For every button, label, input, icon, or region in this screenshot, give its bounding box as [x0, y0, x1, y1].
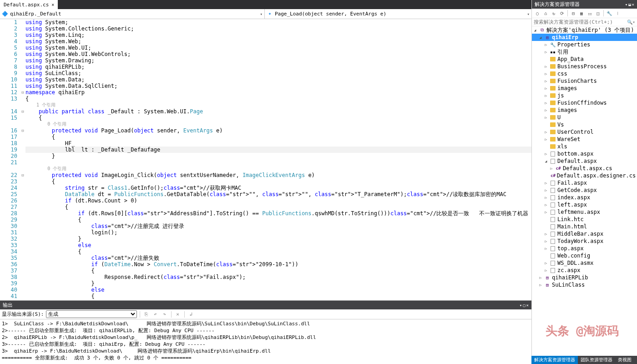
dropdown-icon[interactable]: ▾	[520, 303, 522, 308]
properties-icon[interactable]: ⚏	[586, 10, 593, 17]
output-source-select[interactable]: 生成	[46, 310, 137, 318]
tab-label: Default.aspx.cs	[4, 2, 49, 8]
code-editor[interactable]: 1234567891011121314151617181920212223242…	[0, 19, 531, 300]
home-icon[interactable]: ⌂	[542, 10, 549, 17]
collapse-icon[interactable]: ⊟	[570, 10, 577, 17]
tree-node[interactable]: ▷TodayWork.aspx	[532, 238, 637, 245]
se-tree[interactable]: ◢⧉解决方案'qihaiErp' (3 个项目)◢⊞qihaiErp▷🔧Prop…	[532, 26, 637, 364]
output-text[interactable]: 1> SuLinClass -> F:\BaiduNetdiskDownload…	[0, 319, 531, 364]
tree-project[interactable]: ◢⊞qihaiErp	[532, 34, 637, 41]
search-icon[interactable]: 🔍▾	[627, 20, 635, 25]
se-toolbar: ◯ ⌂ ↻ ⟳ ⊟ ▦ ⚏ ◫ 🔧 ⁝	[532, 9, 637, 18]
pin-icon[interactable]: ⬓	[628, 2, 631, 7]
se-search[interactable]: 🔍▾	[532, 18, 637, 26]
code-content[interactable]: using System;using System.Collections.Ge…	[25, 19, 531, 300]
app-root: Default.aspx.cs × 🔷 qihaiErp._Default ▾ …	[0, 0, 637, 364]
tree-node[interactable]: ▷leftmenu.aspx	[532, 208, 637, 216]
tree-node[interactable]: App_Data	[532, 56, 637, 63]
tree-node[interactable]: ▷c#Default.aspx.cs	[532, 165, 637, 172]
tree-node[interactable]: ▷⊞qihaiERPLib	[532, 274, 637, 281]
close-icon[interactable]: ×	[632, 2, 634, 7]
tree-node[interactable]: ▷GetCode.aspx	[532, 187, 637, 194]
separator	[603, 10, 604, 16]
file-tab-active[interactable]: Default.aspx.cs ×	[0, 0, 58, 9]
tree-node[interactable]: Main.html	[532, 223, 637, 230]
show-all-icon[interactable]: ▦	[578, 10, 585, 17]
tree-node[interactable]: Web.config	[532, 252, 637, 259]
status-bar: 解决方案资源管理器 团队资源管理器 类视图	[531, 356, 637, 364]
output-title-bar[interactable]: 输出 ▾ ▢ ×	[0, 301, 531, 309]
editor-pane: Default.aspx.cs × 🔷 qihaiErp._Default ▾ …	[0, 0, 531, 364]
solution-explorer: 解决方案资源管理器 ▾ ⬓ × ◯ ⌂ ↻ ⟳ ⊟ ▦ ⚏ ◫ 🔧 ⁝ 🔍▾ ◢…	[531, 0, 637, 364]
tree-node[interactable]: ▷UserControl	[532, 128, 637, 136]
separator	[567, 10, 568, 16]
close-icon[interactable]: ×	[526, 303, 529, 308]
se-title: 解决方案资源管理器	[535, 1, 580, 8]
separator	[184, 311, 185, 318]
tree-node[interactable]: ◢Default.aspx	[532, 157, 637, 165]
tree-node[interactable]: ▷bottom.aspx	[532, 150, 637, 157]
member-dropdown[interactable]: 🔹 Page_Load(object sender, EventArgs e) …	[265, 9, 531, 19]
chevron-down-icon: ▾	[527, 12, 530, 16]
back-icon[interactable]: ◯	[534, 10, 541, 17]
tree-node[interactable]: ▷▪▪引用	[532, 48, 637, 56]
tree-node[interactable]: ▷BusinessProcess	[532, 63, 637, 70]
tree-node[interactable]: ▷images	[532, 85, 637, 92]
tree-node[interactable]: ▷WS_DDL.asmx	[532, 259, 637, 267]
tree-node[interactable]: ▷⊞SuLinClass	[532, 281, 637, 288]
output-panel: 输出 ▾ ▢ × 显示输出来源(S): 生成 ⎘ ↶ ↷ ✕ ↲	[0, 300, 531, 364]
tree-node[interactable]: xls	[532, 143, 637, 150]
status-tab-se[interactable]: 解决方案资源管理器	[531, 356, 578, 364]
chevron-down-icon: ▾	[260, 12, 263, 16]
tree-node[interactable]: ▷images	[532, 106, 637, 114]
clear-icon[interactable]: ✕	[174, 311, 182, 318]
tree-node[interactable]: ▷U	[532, 114, 637, 121]
tree-node[interactable]: ▷Fail.aspx	[532, 179, 637, 187]
tree-node[interactable]: ▷index.aspx	[532, 194, 637, 201]
tree-node[interactable]: ▷FusionCffindows	[532, 99, 637, 106]
tree-node[interactable]: ▷top.aspx	[532, 245, 637, 252]
method-icon: 🔹	[267, 11, 273, 17]
wrench-icon[interactable]: 🔧	[606, 10, 613, 17]
tree-node[interactable]: Link.htc	[532, 216, 637, 223]
document-tab-bar: Default.aspx.cs ×	[0, 0, 531, 9]
window-controls: ▾ ⬓ ×	[625, 2, 634, 7]
tree-node[interactable]: ▷left.aspx	[532, 201, 637, 208]
tree-node[interactable]: Vs	[532, 121, 637, 128]
find-icon[interactable]: ⎘	[143, 311, 150, 318]
next-icon[interactable]: ↷	[161, 311, 168, 318]
tree-node[interactable]: ▷🔧Properties	[532, 41, 637, 48]
wrap-icon[interactable]: ↲	[187, 311, 195, 318]
tree-node[interactable]: ▷MiddleBar.aspx	[532, 230, 637, 238]
search-input[interactable]	[534, 19, 627, 25]
window-controls: ▾ ▢ ×	[520, 303, 529, 308]
output-source-label: 显示输出来源(S):	[2, 311, 44, 318]
tree-node[interactable]: c#Default.aspx.designer.cs	[532, 172, 637, 179]
output-title: 输出	[3, 302, 13, 308]
preview-icon[interactable]: ◫	[594, 10, 602, 17]
tree-node[interactable]: ▷WareSet	[532, 136, 637, 143]
member-name: Page_Load(object sender, EventArgs e)	[275, 11, 386, 17]
type-dropdown[interactable]: 🔷 qihaiErp._Default ▾	[0, 9, 265, 19]
sync-icon[interactable]: ↻	[550, 10, 557, 17]
separator	[140, 311, 140, 318]
refresh-icon[interactable]: ⟳	[558, 10, 566, 17]
navigation-bar: 🔷 qihaiErp._Default ▾ 🔹 Page_Load(object…	[0, 9, 531, 19]
tree-node[interactable]: ▷js	[532, 92, 637, 99]
separator	[171, 311, 172, 318]
tree-node[interactable]: ▷FusionCharts	[532, 77, 637, 85]
class-icon: 🔷	[2, 11, 8, 17]
tree-node[interactable]: ▷zc.aspx	[532, 267, 637, 274]
dropdown-icon[interactable]: ▾	[625, 2, 627, 7]
se-title-bar[interactable]: 解决方案资源管理器 ▾ ⬓ ×	[532, 0, 637, 9]
status-tab-class[interactable]: 类视图	[615, 356, 634, 364]
pin-icon[interactable]: ▢	[523, 303, 525, 308]
fold-column[interactable]: ⊟⊟⊟⊟	[20, 19, 25, 300]
tree-node[interactable]: ▷css	[532, 70, 637, 77]
status-tab-team[interactable]: 团队资源管理器	[578, 356, 615, 364]
tree-root[interactable]: ◢⧉解决方案'qihaiErp' (3 个项目)	[532, 26, 637, 34]
type-name: qihaiErp._Default	[10, 11, 61, 17]
prev-icon[interactable]: ↶	[152, 311, 159, 318]
close-icon[interactable]: ×	[51, 2, 54, 7]
more-icon[interactable]: ⁝	[614, 10, 621, 17]
